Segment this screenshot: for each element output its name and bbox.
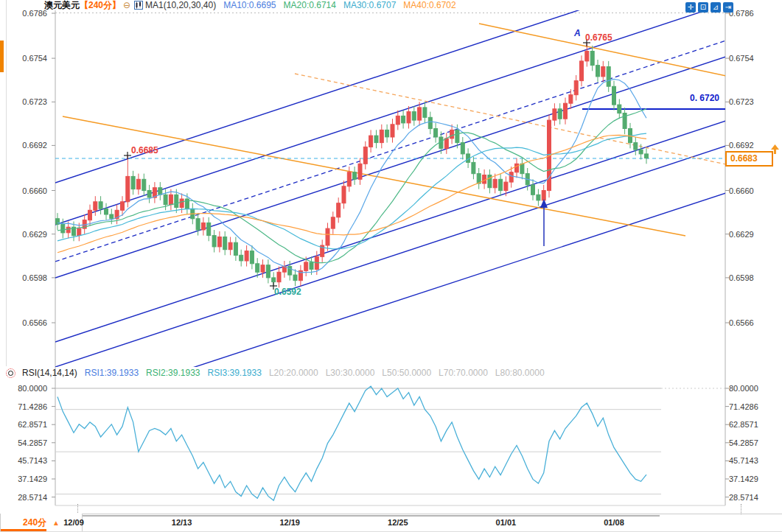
chart-annotation: 0.6592 xyxy=(274,287,301,297)
rsi-indicator-label: RSI(14,14,14) xyxy=(22,368,77,378)
rsi-level-label: L80:80.0000 xyxy=(495,368,545,378)
symbol-title: 澳元美元 xyxy=(44,0,80,10)
ma-legend-item: MA10:0.6695 xyxy=(223,0,276,10)
rsi-legend-item: RSI2:39.1933 xyxy=(146,368,200,378)
rsi-settings-icon[interactable] xyxy=(6,368,15,378)
ma-legend-item: MA20:0.6714 xyxy=(284,0,336,10)
rsi-level-label: L30:30.0000 xyxy=(326,368,375,378)
chart-annotation: 0.6685 xyxy=(131,145,158,155)
ma-legend-item: MA30:0.6707 xyxy=(343,0,396,10)
chart-annotation: 0. 6720 xyxy=(690,93,719,103)
rsi-legend-item: RSI3:39.1933 xyxy=(208,368,262,378)
chart-header: 澳元美元【240分】⊖MA1(10,20,30,40)MA10:0.6695MA… xyxy=(44,0,456,11)
exit-icon[interactable]: ⇥ xyxy=(723,2,733,13)
rsi-legend-item: RSI1:39.1933 xyxy=(85,368,139,378)
trading-chart-window: 澳元美元【240分】⊖MA1(10,20,30,40)MA10:0.6695MA… xyxy=(0,0,782,532)
ma-legend-item: MA40:0.6702 xyxy=(403,0,455,10)
collapse-icon[interactable]: ⊖ xyxy=(123,0,130,10)
candlestick-chart-icon[interactable] xyxy=(134,1,143,13)
price-up-arrow-icon xyxy=(771,144,779,157)
rsi-level-label: L20:20.0000 xyxy=(269,368,318,378)
chart-toolbar: ✛⊡⊿⇥ xyxy=(683,1,733,13)
zoom-area-icon[interactable]: ⊡ xyxy=(698,2,708,13)
ma-legend: MA10:0.6695MA20:0.6714MA30:0.6707MA40:0.… xyxy=(216,0,456,10)
rsi-header: RSI(14,14,14)RSI1:39.1933RSI2:39.1933RSI… xyxy=(6,368,545,379)
chart-canvas[interactable] xyxy=(0,0,782,532)
measure-icon[interactable]: ⊿ xyxy=(711,2,721,13)
rsi-level-label: L50:50.0000 xyxy=(382,368,431,378)
chart-annotation: A xyxy=(574,28,581,38)
period-label: 【240分】 xyxy=(80,0,121,10)
rsi-legend: RSI1:39.1933RSI2:39.1933RSI3:39.1933L20:… xyxy=(77,368,545,378)
ma-group-label: MA1(10,20,30,40) xyxy=(145,0,216,10)
pan-icon[interactable]: ✛ xyxy=(685,2,696,13)
chart-annotation: 0.6765 xyxy=(585,32,612,43)
last-price-box: 0.6683 xyxy=(725,151,773,167)
rsi-level-label: L70:70.0000 xyxy=(439,368,488,378)
